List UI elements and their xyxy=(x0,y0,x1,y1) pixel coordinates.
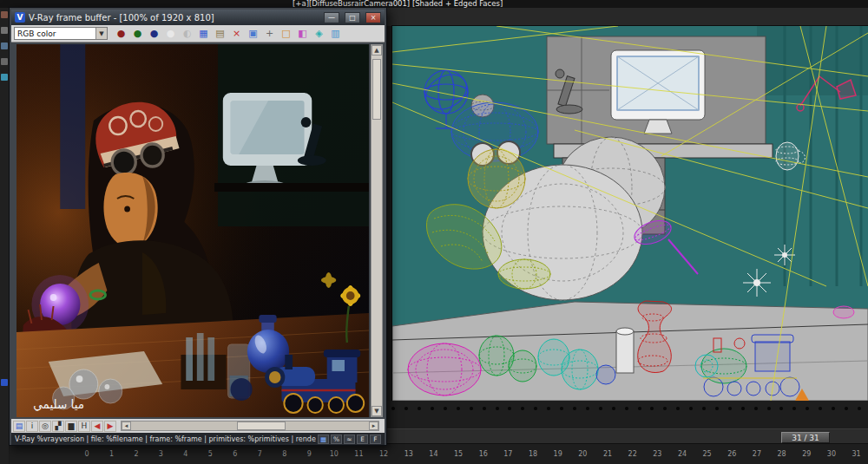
vertical-scrollbar[interactable]: ▲ ▼ xyxy=(371,44,383,417)
frame-number: 11 xyxy=(354,450,363,463)
vertical-scroll-thumb[interactable] xyxy=(372,59,381,120)
zoom-tool-icon[interactable]: ◎ xyxy=(39,421,51,432)
track-key-dot xyxy=(599,407,602,410)
green-channel-icon[interactable]: ● xyxy=(130,27,145,41)
track-key-dot xyxy=(819,407,822,410)
track-key-dot xyxy=(521,407,524,410)
exposure-toggle-icon[interactable]: E xyxy=(357,435,368,444)
load-image-icon[interactable]: ▤ xyxy=(213,27,227,41)
vfb-titlebar[interactable]: V V-Ray frame buffer - [100% of 1920 x 8… xyxy=(11,10,385,25)
track-key-dot xyxy=(650,407,654,410)
filter-toggle-icon[interactable]: F xyxy=(370,435,381,444)
track-key-dot xyxy=(689,407,693,410)
3dsmax-screen: [+a][DiffuseBusrairCamera001] [Shaded + … xyxy=(0,0,868,464)
track-key-dot xyxy=(418,407,421,410)
track-key-dot xyxy=(767,407,771,410)
vray-frame-buffer-window: V V-Ray frame buffer - [100% of 1920 x 8… xyxy=(9,7,387,446)
render-result-image: ميا سليمي xyxy=(16,44,369,417)
vfb-window-title: V-Ray frame buffer - [100% of 1920 x 810… xyxy=(29,13,319,23)
left-edge-toolbar xyxy=(0,8,9,464)
scroll-right-icon[interactable]: ▸ xyxy=(369,422,378,430)
track-key-dot xyxy=(534,407,537,410)
channel-dropdown[interactable]: RGB color ▼ xyxy=(14,27,108,40)
frame-number: 25 xyxy=(703,450,712,463)
vfb-status-bar: V-Ray %vrayversion | file: %filename | f… xyxy=(11,433,385,445)
track-key-dot xyxy=(741,407,745,410)
frame-number: 21 xyxy=(603,450,612,463)
frame-number: 29 xyxy=(802,450,811,463)
track-key-dot xyxy=(404,407,408,410)
vfb-bottom-toolbar: ▤i◎▞▆H◀▶ ◂ ▸ xyxy=(11,419,385,433)
track-key-dot xyxy=(483,407,486,410)
track-key-dot xyxy=(508,407,511,410)
scroll-up-icon[interactable]: ▲ xyxy=(372,45,382,56)
side-tool-icon-5[interactable] xyxy=(1,74,8,81)
h-channel-icon[interactable]: H xyxy=(78,421,90,432)
color-correction-icon[interactable]: ◧ xyxy=(295,27,310,41)
histogram-icon[interactable]: ▆ xyxy=(65,421,77,432)
clear-image-icon[interactable]: × xyxy=(229,27,244,41)
frame-number: 18 xyxy=(529,450,537,463)
track-key-dot xyxy=(702,407,706,410)
chevron-down-icon[interactable]: ▼ xyxy=(95,28,107,39)
blue-channel-icon[interactable]: ● xyxy=(147,27,161,41)
frame-number: 4 xyxy=(181,450,190,463)
monochrome-icon[interactable]: ◐ xyxy=(180,27,194,41)
track-key-dot xyxy=(845,407,848,410)
side-tool-icon-2[interactable] xyxy=(1,27,8,34)
track-key-dot xyxy=(573,407,576,410)
render-watermark: ميا سليمي xyxy=(33,397,84,412)
stamp-icon[interactable]: ▥ xyxy=(328,27,343,41)
camera-viewport[interactable] xyxy=(392,26,868,401)
timeline-ruler: 0123456789101112131415161718192021222324… xyxy=(10,448,868,463)
track-key-dot xyxy=(792,407,796,410)
track-key-dot xyxy=(858,407,861,410)
track-key-dot xyxy=(547,407,550,410)
track-key-dot xyxy=(832,407,835,410)
save-image-icon[interactable]: ▦ xyxy=(196,27,211,41)
frame-number: 24 xyxy=(678,450,687,463)
vfb-taskbar-icon[interactable] xyxy=(1,379,8,386)
grid-toggle-icon[interactable]: ▦ xyxy=(318,435,329,444)
buffer-info-icon[interactable]: ▤ xyxy=(13,421,25,432)
side-tool-icon-1[interactable] xyxy=(1,11,8,18)
horizontal-scrollbar[interactable]: ◂ ▸ xyxy=(121,421,379,431)
alpha-channel-icon[interactable]: ● xyxy=(163,27,178,41)
duplicate-to-host-icon[interactable]: ▣ xyxy=(246,27,260,41)
frame-number: 16 xyxy=(479,450,488,463)
frame-number: 28 xyxy=(778,450,786,463)
pixel-info-icon[interactable]: ◈ xyxy=(312,27,326,41)
frame-number: 14 xyxy=(429,450,437,463)
side-tool-icon-3[interactable] xyxy=(1,42,8,49)
region-render-icon[interactable]: □ xyxy=(279,27,293,41)
track-key-dot xyxy=(457,407,460,410)
rendered-image: ميا سليمي xyxy=(16,44,369,417)
frame-number: 31 xyxy=(852,450,860,463)
frame-number: 5 xyxy=(206,450,214,463)
frame-number: 3 xyxy=(156,450,165,463)
prev-image-icon[interactable]: ◀ xyxy=(91,421,103,432)
scroll-left-icon[interactable]: ◂ xyxy=(122,422,131,430)
horizontal-scroll-thumb[interactable] xyxy=(237,422,286,430)
track-key-dot xyxy=(728,407,732,410)
track-mouse-icon[interactable]: + xyxy=(262,27,277,41)
track-key-dot xyxy=(676,407,680,410)
track-key-dot xyxy=(391,407,395,410)
maximize-button[interactable]: □ xyxy=(345,12,360,23)
minimize-button[interactable]: — xyxy=(324,12,339,23)
compare-icon[interactable]: ▞ xyxy=(52,421,64,432)
side-tool-icon-4[interactable] xyxy=(1,58,8,65)
percent-toggle-icon[interactable]: % xyxy=(331,435,342,444)
time-slider-thumb[interactable]: 31 / 31 xyxy=(781,432,830,443)
frame-number: 27 xyxy=(753,450,761,463)
red-channel-icon[interactable]: ● xyxy=(114,27,128,41)
image-info-icon[interactable]: i xyxy=(26,421,38,432)
frame-number: 23 xyxy=(653,450,661,463)
next-image-icon[interactable]: ▶ xyxy=(104,421,116,432)
vfb-toolbar: RGB color ▼ ●●●●◐▦▤×▣+□◧◈▥ xyxy=(11,25,385,42)
scroll-down-icon[interactable]: ▼ xyxy=(372,406,382,416)
close-button[interactable]: × xyxy=(365,12,381,23)
curve-toggle-icon[interactable]: ≈ xyxy=(344,435,355,444)
track-key-dot xyxy=(663,407,667,410)
track-key-dot xyxy=(625,407,628,410)
